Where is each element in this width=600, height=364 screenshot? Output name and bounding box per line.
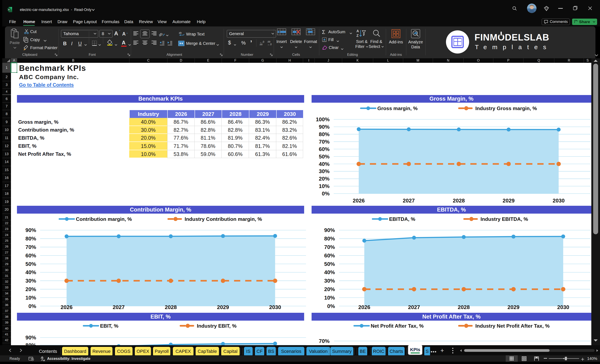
svg-text:90%: 90% [324, 227, 335, 233]
svg-text:70%: 70% [319, 338, 329, 344]
svg-text:2026: 2026 [358, 304, 370, 310]
svg-text:Z: Z [356, 34, 358, 38]
svg-text:2027: 2027 [408, 304, 420, 310]
svg-text:40%: 40% [319, 161, 329, 167]
svg-text:A: A [356, 29, 359, 33]
svg-text:90%: 90% [25, 335, 36, 341]
svg-text:80%: 80% [324, 236, 335, 242]
svg-text:30%: 30% [324, 278, 335, 284]
svg-text:EBIT, %: EBIT, % [100, 323, 119, 329]
svg-text:50%: 50% [324, 261, 335, 267]
svg-text:0%: 0% [327, 303, 335, 309]
svg-text:70%: 70% [25, 244, 36, 250]
svg-text:→.0: →.0 [267, 43, 272, 46]
svg-text:50%: 50% [25, 261, 36, 267]
svg-text:2027: 2027 [113, 304, 125, 310]
svg-text:2026: 2026 [61, 304, 73, 310]
svg-text:Industry EBITDA, %: Industry EBITDA, % [480, 216, 528, 222]
svg-text:80%: 80% [25, 342, 36, 345]
svg-text:40%: 40% [25, 269, 36, 275]
svg-text:60%: 60% [324, 253, 335, 259]
svg-text:90%: 90% [25, 227, 36, 233]
svg-text:Gross margin, %: Gross margin, % [377, 106, 418, 111]
svg-text:80%: 80% [319, 131, 329, 137]
svg-text:80%: 80% [25, 236, 36, 242]
svg-text:Contribution margin, %: Contribution margin, % [76, 216, 132, 222]
svg-text:70%: 70% [319, 139, 329, 145]
svg-text:20%: 20% [324, 286, 335, 292]
svg-text:Net Profit After Tax, %: Net Profit After Tax, % [371, 323, 424, 329]
svg-text:10%: 10% [324, 295, 335, 301]
svg-text:100%: 100% [316, 116, 330, 122]
svg-text:50%: 50% [319, 154, 329, 160]
svg-text:ab: ab [179, 31, 182, 34]
svg-text:.00: .00 [259, 43, 262, 46]
svg-text:2027: 2027 [403, 198, 415, 204]
svg-text:Industry Contribution margin,: Industry Contribution margin, % [185, 216, 262, 222]
svg-text:2030: 2030 [553, 198, 565, 204]
svg-text:40%: 40% [324, 269, 335, 275]
svg-text:EBITDA, %: EBITDA, % [389, 216, 415, 222]
svg-text:60%: 60% [319, 146, 329, 152]
svg-text:2026: 2026 [353, 198, 365, 204]
svg-text:Industry Gross margin, %: Industry Gross margin, % [475, 106, 537, 111]
svg-text:30%: 30% [25, 278, 36, 284]
svg-text:60%: 60% [25, 253, 36, 259]
svg-text:90%: 90% [319, 124, 329, 130]
svg-text:2029: 2029 [507, 304, 520, 310]
svg-text:←.0: ←.0 [260, 40, 264, 43]
svg-text:30%: 30% [319, 168, 329, 174]
svg-text:10%: 10% [25, 295, 36, 301]
svg-text:0%: 0% [28, 303, 36, 309]
svg-text:70%: 70% [324, 244, 335, 250]
svg-text:.00: .00 [267, 40, 270, 43]
svg-text:20%: 20% [25, 286, 36, 292]
svg-text:0%: 0% [322, 191, 329, 197]
svg-text:ab: ab [159, 32, 163, 37]
svg-text:2028: 2028 [453, 198, 465, 204]
svg-text:2028: 2028 [458, 304, 470, 310]
svg-text:2030: 2030 [557, 304, 569, 310]
svg-text:2028: 2028 [165, 304, 177, 310]
svg-text:x: x [8, 8, 10, 11]
svg-text:10%: 10% [319, 183, 329, 189]
svg-text:2030: 2030 [269, 304, 281, 310]
svg-text:Industry EBIT, %: Industry EBIT, % [197, 323, 236, 329]
svg-text:2029: 2029 [217, 304, 229, 310]
svg-text:20%: 20% [319, 176, 329, 182]
svg-text:2029: 2029 [503, 198, 515, 204]
svg-text:Industry Net Profit After Tax,: Industry Net Profit After Tax, % [475, 323, 550, 329]
